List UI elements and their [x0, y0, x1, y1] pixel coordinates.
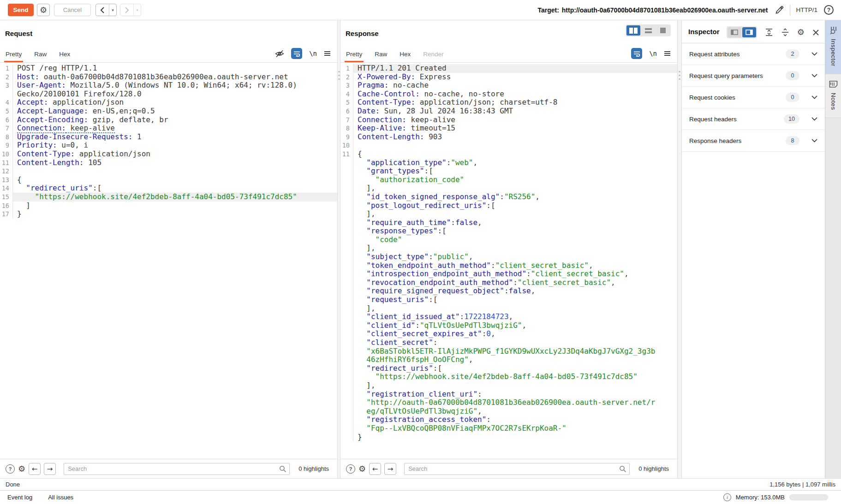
view-layout-single-button[interactable]	[656, 25, 670, 36]
event-log-tab[interactable]: Event log	[7, 494, 32, 501]
send-settings-button[interactable]: ⚙	[37, 4, 50, 16]
code-text: "request_uris":[	[353, 296, 677, 304]
request-response-splitter[interactable]	[337, 20, 340, 478]
code-line: "Fqp--LxVBQcoQBP08nVFiaqFMPx7OC2R7sEKrpK…	[340, 424, 677, 433]
code-text: Gecko/20100101 Firefox/128.0	[13, 90, 337, 99]
dock-left-button[interactable]	[728, 27, 741, 37]
help-button[interactable]: ?	[824, 5, 834, 15]
memory-gauge	[789, 494, 828, 500]
history-forward-dropdown[interactable]: ▾	[133, 4, 141, 16]
code-line: 4Accept: application/json	[0, 98, 337, 107]
code-text: "grant_types":[	[353, 167, 677, 176]
code-text: "x6BaSTobkl5ETR-IlAjizMkPWPG_f1GYKD9wUXx…	[353, 347, 677, 356]
code-text: ]	[13, 202, 337, 210]
search-next-button[interactable]: →	[384, 463, 396, 475]
search-settings-button[interactable]: ⚙	[358, 465, 366, 473]
inspector-section-request-query-parameters[interactable]: Request query parameters0	[682, 65, 825, 87]
inspector-dock-group	[727, 26, 757, 38]
search-settings-button[interactable]: ⚙	[18, 465, 25, 473]
gear-icon: ⚙	[40, 6, 47, 14]
close-icon[interactable]	[812, 29, 819, 36]
code-line: "client_id":"qTLVtOsUePdTl3bwqjziG",	[340, 321, 677, 330]
view-layout-rows-button[interactable]	[641, 25, 655, 36]
chevron-down-icon[interactable]	[811, 52, 817, 56]
tab-raw[interactable]: Raw	[34, 46, 47, 62]
line-number	[340, 373, 353, 381]
word-wrap-toggle-button[interactable]	[291, 48, 302, 59]
code-line: 15 "https://webhook.site/4ef2bdeb-8aff-4…	[0, 193, 337, 202]
line-number	[340, 193, 353, 202]
search-prev-button[interactable]: ←	[29, 463, 41, 475]
memory-label: Memory: 153.0MB	[736, 494, 785, 501]
editor-menu-icon[interactable]	[664, 51, 671, 56]
line-number	[340, 244, 353, 253]
show-newlines-button[interactable]: \n	[649, 50, 657, 57]
search-next-button[interactable]: →	[44, 463, 56, 475]
chevron-down-icon[interactable]	[811, 117, 817, 121]
info-icon[interactable]: i	[723, 493, 731, 501]
history-back-dropdown[interactable]: ▾	[109, 4, 116, 16]
line-number: 6	[340, 107, 353, 116]
tab-hex[interactable]: Hex	[400, 46, 411, 62]
code-line: "subject_type":"public",	[340, 253, 677, 261]
chevron-down-icon[interactable]	[811, 139, 817, 142]
inspector-section-request-attributes[interactable]: Request attributes2	[682, 43, 825, 65]
view-layout-columns-button[interactable]	[626, 25, 640, 36]
history-forward-button[interactable]	[120, 4, 133, 16]
search-help-button[interactable]: ?	[6, 464, 15, 474]
code-text: Priority: u=0, i	[13, 141, 337, 150]
all-issues-tab[interactable]: All issues	[48, 494, 73, 501]
code-line: "client_secret":	[340, 338, 677, 347]
search-help-button[interactable]: ?	[346, 464, 355, 474]
response-search-row: ? ⚙ ← → 0 highlights	[340, 459, 677, 478]
tab-pretty[interactable]: Pretty	[346, 46, 362, 62]
send-button[interactable]: Send	[8, 4, 34, 16]
code-line: 16 ]	[0, 202, 337, 210]
expand-all-icon[interactable]	[765, 28, 773, 36]
dock-right-button[interactable]	[742, 27, 756, 37]
inspector-settings-button[interactable]: ⚙	[797, 28, 805, 36]
word-wrap-toggle-button[interactable]	[631, 48, 642, 59]
response-editor[interactable]: 1HTTP/1.1 201 Created2X-Powered-By: Expr…	[340, 63, 677, 459]
tab-render[interactable]: Render	[423, 46, 443, 62]
inspector-section-request-headers[interactable]: Request headers10	[682, 108, 825, 130]
tab-pretty[interactable]: Pretty	[6, 46, 22, 62]
code-text: "introspection_endpoint_auth_method":"cl…	[353, 270, 677, 279]
request-editor[interactable]: 1POST /reg HTTP/1.12Host: oauth-0a67000b…	[0, 63, 337, 459]
hide-eye-icon[interactable]	[275, 50, 284, 58]
collapse-all-icon[interactable]	[781, 28, 789, 36]
code-text	[353, 141, 677, 150]
code-text: X-Powered-By: Express	[353, 73, 677, 82]
request-search-input[interactable]	[64, 463, 290, 475]
request-panel: Request PrettyRawHex \n	[0, 20, 337, 478]
line-number: 11	[340, 150, 353, 159]
code-text: "revocation_endpoint_auth_method":"clien…	[353, 279, 677, 287]
tab-hex[interactable]: Hex	[59, 46, 70, 62]
side-tab-notes-label: Notes	[830, 93, 837, 110]
show-newlines-button[interactable]: \n	[309, 50, 317, 57]
line-number: 3	[340, 81, 353, 90]
search-prev-button[interactable]: ←	[369, 463, 381, 475]
code-line: "registration_client_uri":	[340, 390, 677, 399]
chevron-down-icon[interactable]	[811, 74, 817, 77]
code-text: ],	[353, 210, 677, 219]
history-back-button[interactable]	[96, 4, 109, 16]
side-tab-inspector[interactable]: Inspector	[825, 20, 841, 74]
inspector-section-response-headers[interactable]: Response headers8	[682, 130, 825, 152]
chevron-down-icon[interactable]	[811, 95, 817, 99]
response-search-box	[404, 463, 630, 475]
editor-menu-icon[interactable]	[324, 51, 331, 56]
main-area: Request PrettyRawHex \n	[0, 20, 841, 478]
edit-target-button[interactable]	[773, 4, 785, 16]
response-inspector-splitter[interactable]	[677, 20, 682, 478]
code-line: 3User-Agent: Mozilla/5.0 (Windows NT 10.…	[0, 81, 337, 90]
code-text: "authorization_code"	[353, 176, 677, 184]
code-text: Accept-Encoding: gzip, deflate, br	[13, 116, 337, 125]
inspector-section-request-cookies[interactable]: Request cookies0	[682, 87, 825, 108]
tab-raw[interactable]: Raw	[375, 46, 387, 62]
cancel-button[interactable]: Cancel	[54, 4, 91, 16]
side-tab-notes[interactable]: Notes	[825, 74, 841, 118]
side-tab-inspector-label: Inspector	[830, 39, 837, 66]
code-text: "registration_access_token":	[353, 415, 677, 424]
response-search-input[interactable]	[404, 463, 630, 475]
